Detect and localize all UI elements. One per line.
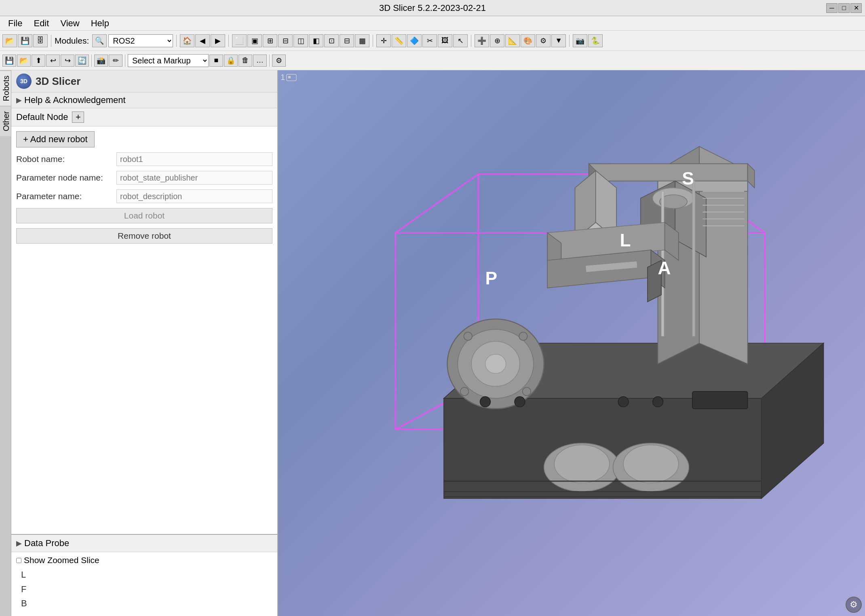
scissors-icon[interactable]: ✂ [422, 34, 437, 47]
layout-4-icon[interactable]: ⊟ [278, 34, 293, 47]
robot-name-input[interactable] [116, 152, 272, 166]
show-zoomed-slice-label[interactable]: Show Zoomed Slice [16, 555, 272, 565]
svg-point-47 [523, 387, 531, 395]
svg-line-3 [395, 174, 478, 233]
viewport-settings-icon[interactable]: ⚙ [846, 597, 862, 613]
svg-point-55 [480, 397, 491, 407]
svg-point-44 [464, 332, 472, 340]
restore-button[interactable]: □ [838, 3, 850, 13]
view-labels: L F B [16, 565, 272, 613]
measure-icon[interactable]: 📐 [505, 34, 520, 47]
action-save-icon[interactable]: 💾 [2, 55, 16, 67]
markup-dropdown[interactable]: Select a Markup [128, 54, 209, 67]
action-reload-icon[interactable]: 🔄 [75, 55, 89, 67]
param-name-row: Parameter name: [16, 189, 272, 203]
menu-edit[interactable]: Edit [29, 17, 54, 30]
svg-point-45 [519, 332, 527, 340]
crosshair-icon[interactable]: ✛ [376, 34, 391, 47]
label-P: P [485, 268, 497, 288]
param-node-name-label: Parameter node name: [16, 173, 113, 183]
window-icon[interactable]: 🖼 [438, 34, 452, 47]
modules-search-icon[interactable]: 🔍 [92, 34, 107, 47]
save-scene-icon[interactable]: 🗄 [33, 34, 48, 47]
markup-settings-icon[interactable]: ⚙ [272, 55, 286, 67]
menu-view[interactable]: View [55, 17, 84, 30]
help-section[interactable]: ▶ Help & Acknowledgement [11, 93, 277, 108]
layout-6-icon[interactable]: ◧ [309, 34, 323, 47]
menu-file[interactable]: File [3, 17, 27, 30]
close-button[interactable]: ✕ [850, 3, 862, 13]
title-bar: 3D Slicer 5.2.2-2023-02-21 ─ □ ✕ [0, 0, 865, 16]
param-name-label: Parameter name: [16, 191, 113, 201]
ros-camera-icon[interactable]: 📷 [573, 34, 587, 47]
toolbar-separator-4 [373, 35, 373, 47]
markup-more-icon[interactable]: … [253, 55, 267, 67]
view3d-icon[interactable]: 🔷 [407, 34, 422, 47]
home-icon[interactable]: 🏠 [180, 34, 194, 47]
action-icon-group2: 📸 ✏ [94, 55, 122, 67]
layout-3-icon[interactable]: ⊞ [263, 34, 277, 47]
menu-help[interactable]: Help [86, 17, 114, 30]
remove-robot-button[interactable]: Remove robot [16, 228, 272, 244]
data-probe-expand-arrow: ▶ [16, 539, 22, 548]
layout-1-icon[interactable]: ⬜ [232, 34, 247, 47]
toolbar-view-icons: ✛ 📏 🔷 ✂ 🖼 ↖ [376, 34, 468, 47]
toolbar-separator-2 [176, 35, 177, 47]
add-node-icon[interactable]: ➕ [475, 34, 489, 47]
tab-robots[interactable]: Robots [0, 70, 11, 106]
toolbar-nav-icons: 🏠 ◀ ▶ [180, 34, 225, 47]
transform-icon[interactable]: ⊕ [490, 34, 504, 47]
color-icon[interactable]: 🎨 [521, 34, 535, 47]
load-robot-button[interactable]: Load robot [16, 208, 272, 223]
ros-python-icon[interactable]: 🐍 [588, 34, 603, 47]
action-redo-icon[interactable]: ↪ [61, 55, 74, 67]
tab-other[interactable]: Other [0, 106, 11, 136]
action-snapshot-icon[interactable]: 📸 [94, 55, 108, 67]
action-icon-group1: 💾 📂 ⬆ ↩ ↪ 🔄 [2, 55, 89, 67]
open-file-icon[interactable]: 📂 [2, 34, 17, 47]
add-robot-button[interactable]: + Add new robot [16, 131, 95, 147]
svg-point-57 [618, 397, 629, 407]
filter-icon[interactable]: ⚙ [536, 34, 551, 47]
layout-7-icon[interactable]: ⊡ [324, 34, 339, 47]
default-node-section: Default Node + [11, 108, 277, 126]
param-name-input[interactable] [116, 189, 272, 203]
module-dropdown[interactable]: ROS2 [108, 34, 173, 47]
slicer-header: 3D 3D Slicer [11, 70, 277, 93]
layout-5-icon[interactable]: ◫ [293, 34, 308, 47]
action-import-icon[interactable]: ⬆ [32, 55, 45, 67]
3d-viewport[interactable]: 1 [278, 70, 865, 616]
markup-color-icon[interactable]: ■ [209, 55, 223, 67]
robot-name-label: Robot name: [16, 154, 113, 164]
action-sep-2 [125, 55, 125, 67]
robot-3d-model: S P L A [278, 70, 865, 616]
minimize-button[interactable]: ─ [826, 3, 838, 13]
action-sep-1 [91, 55, 92, 67]
pointer-icon[interactable]: ↖ [453, 34, 468, 47]
show-zoomed-slice-checkbox[interactable] [16, 558, 21, 563]
forward-icon[interactable]: ▶ [211, 34, 225, 47]
markup-lock-icon[interactable]: 🔒 [224, 55, 238, 67]
save-file-icon[interactable]: 💾 [18, 34, 32, 47]
layout-2-icon[interactable]: ▣ [247, 34, 262, 47]
left-panel: 3D 3D Slicer ▶ Help & Acknowledgement De… [11, 70, 278, 616]
data-probe-header[interactable]: ▶ Data Probe [11, 535, 277, 552]
layout-8-icon[interactable]: ⊟ [340, 34, 354, 47]
param-node-name-input[interactable] [116, 171, 272, 185]
markup-delete-icon[interactable]: 🗑 [238, 55, 252, 67]
layout-9-icon[interactable]: ▦ [355, 34, 369, 47]
action-sep-3 [269, 55, 270, 67]
action-annotate-icon[interactable]: ✏ [109, 55, 122, 67]
side-tabs: Robots Other [0, 70, 11, 616]
action-undo-icon[interactable]: ↩ [46, 55, 60, 67]
toolbar-separator-3 [228, 35, 229, 47]
back-icon[interactable]: ◀ [195, 34, 210, 47]
label-S: S [682, 168, 694, 188]
svg-rect-59 [692, 391, 748, 409]
default-node-plus-button[interactable]: + [72, 111, 84, 123]
svg-marker-22 [748, 164, 755, 188]
dropdown-icon[interactable]: ▼ [551, 34, 566, 47]
action-load-icon[interactable]: 📂 [17, 55, 31, 67]
slicer-title: 3D Slicer [36, 75, 80, 88]
ruler-icon[interactable]: 📏 [392, 34, 406, 47]
